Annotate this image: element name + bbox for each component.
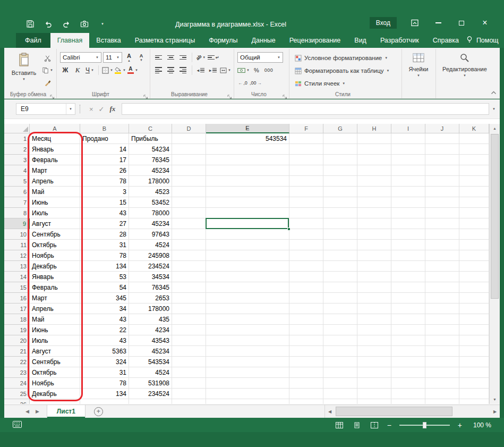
cell-J10[interactable] (425, 229, 459, 240)
cell-F9[interactable] (289, 218, 323, 229)
cell-A2[interactable]: Январь (30, 144, 80, 155)
column-header-H[interactable]: H (357, 124, 391, 133)
maximize-button[interactable] (456, 18, 467, 28)
row-header-2[interactable]: 2 (4, 144, 30, 155)
insert-function-icon[interactable]: fx (110, 105, 116, 113)
cell-C21[interactable]: 45234 (129, 346, 172, 357)
cell-G11[interactable] (323, 240, 357, 250)
row-header-26[interactable]: 26 (4, 399, 30, 404)
cell-K19[interactable] (459, 325, 489, 335)
cell-K25[interactable] (459, 389, 489, 399)
scroll-right-icon[interactable]: ▶ (490, 409, 500, 414)
merge-center-button[interactable]: ▼ (220, 65, 231, 75)
cell-C4[interactable]: 45234 (129, 165, 172, 176)
scroll-left-icon[interactable]: ◀ (325, 409, 335, 414)
cell-D15[interactable] (172, 282, 206, 293)
cell-I18[interactable] (391, 314, 425, 325)
cell-I21[interactable] (391, 346, 425, 357)
cell-F11[interactable] (289, 240, 323, 250)
cell-B23[interactable]: 31 (80, 367, 129, 378)
cell-E23[interactable] (206, 367, 289, 378)
cell-J26[interactable] (425, 399, 459, 404)
wrap-text-button[interactable]: ↵ (208, 52, 219, 63)
cell-C17[interactable]: 178000 (129, 303, 172, 314)
conditional-formatting-button[interactable]: Условное форматирование ▼ (293, 52, 392, 64)
cell-B1[interactable]: Продано (80, 133, 129, 144)
vertical-scroll-thumb[interactable] (491, 134, 499, 299)
cell-H24[interactable] (357, 378, 391, 389)
row-header-21[interactable]: 21 (4, 346, 30, 357)
next-sheet-icon[interactable]: ▶ (36, 409, 39, 414)
bold-button[interactable]: Ж (60, 65, 71, 75)
formula-bar-expand-icon[interactable]: ▼ (492, 107, 496, 111)
cell-G3[interactable] (323, 155, 357, 165)
accounting-format-button[interactable]: ▼ (237, 65, 250, 75)
cell-H6[interactable] (357, 187, 391, 197)
cell-F21[interactable] (289, 346, 323, 357)
cell-E25[interactable] (206, 389, 289, 399)
cell-H8[interactable] (357, 208, 391, 218)
cell-A4[interactable]: Март (30, 165, 80, 176)
cell-A17[interactable]: Апрель (30, 303, 80, 314)
decrease-font-size-button[interactable]: А▼ (136, 52, 147, 63)
cell-D20[interactable] (172, 335, 206, 346)
cell-J1[interactable] (425, 133, 459, 144)
cell-A7[interactable]: Июнь (30, 197, 80, 208)
copy-button[interactable]: ▼ (42, 65, 53, 75)
sheet-tab-list1[interactable]: Лист1 (47, 405, 86, 418)
underline-button[interactable]: Ч▼ (84, 65, 95, 75)
cell-A6[interactable]: Май (30, 187, 80, 197)
cell-C1[interactable]: Прибыль (129, 133, 172, 144)
column-header-E[interactable]: E (206, 124, 289, 133)
cell-E17[interactable] (206, 303, 289, 314)
cell-I7[interactable] (391, 197, 425, 208)
align-center-button[interactable] (166, 65, 176, 75)
cell-K8[interactable] (459, 208, 489, 218)
cell-F1[interactable] (289, 133, 323, 144)
cell-H2[interactable] (357, 144, 391, 155)
cell-D6[interactable] (172, 187, 206, 197)
tab-data[interactable]: Данные (245, 33, 283, 48)
cell-A1[interactable]: Месяц (30, 133, 80, 144)
cell-D9[interactable] (172, 218, 206, 229)
align-right-button[interactable] (178, 65, 189, 75)
clipboard-dialog-launcher-icon[interactable] (50, 92, 55, 97)
cell-B26[interactable] (80, 399, 129, 404)
cell-F22[interactable] (289, 357, 323, 367)
cell-G2[interactable] (323, 144, 357, 155)
cell-C11[interactable]: 4524 (129, 240, 172, 250)
cell-B8[interactable]: 43 (80, 208, 129, 218)
cell-G20[interactable] (323, 335, 357, 346)
cell-B4[interactable]: 26 (80, 165, 129, 176)
row-header-15[interactable]: 15 (4, 282, 30, 293)
cell-F24[interactable] (289, 378, 323, 389)
cell-H22[interactable] (357, 357, 391, 367)
row-header-13[interactable]: 13 (4, 261, 30, 272)
cell-J2[interactable] (425, 144, 459, 155)
tab-review[interactable]: Рецензирование (283, 33, 348, 48)
cell-C19[interactable]: 4234 (129, 325, 172, 335)
zoom-level[interactable]: 100 % (470, 421, 491, 429)
cell-I22[interactable] (391, 357, 425, 367)
cell-H21[interactable] (357, 346, 391, 357)
cell-J24[interactable] (425, 378, 459, 389)
cell-K3[interactable] (459, 155, 489, 165)
cell-K16[interactable] (459, 293, 489, 303)
cell-K6[interactable] (459, 187, 489, 197)
cell-C9[interactable]: 45234 (129, 218, 172, 229)
cell-H11[interactable] (357, 240, 391, 250)
cell-H16[interactable] (357, 293, 391, 303)
zoom-in-icon[interactable]: + (458, 421, 462, 429)
zoom-slider[interactable] (399, 421, 450, 429)
tab-page-layout[interactable]: Разметка страницы (128, 33, 202, 48)
cell-F4[interactable] (289, 165, 323, 176)
formula-bar-drag-handle[interactable] (80, 105, 82, 113)
cell-F25[interactable] (289, 389, 323, 399)
save-icon[interactable] (25, 19, 35, 29)
column-header-B[interactable]: B (80, 124, 129, 133)
cell-J21[interactable] (425, 346, 459, 357)
cell-K26[interactable] (459, 399, 489, 404)
cell-K22[interactable] (459, 357, 489, 367)
cell-I19[interactable] (391, 325, 425, 335)
row-header-7[interactable]: 7 (4, 197, 30, 208)
